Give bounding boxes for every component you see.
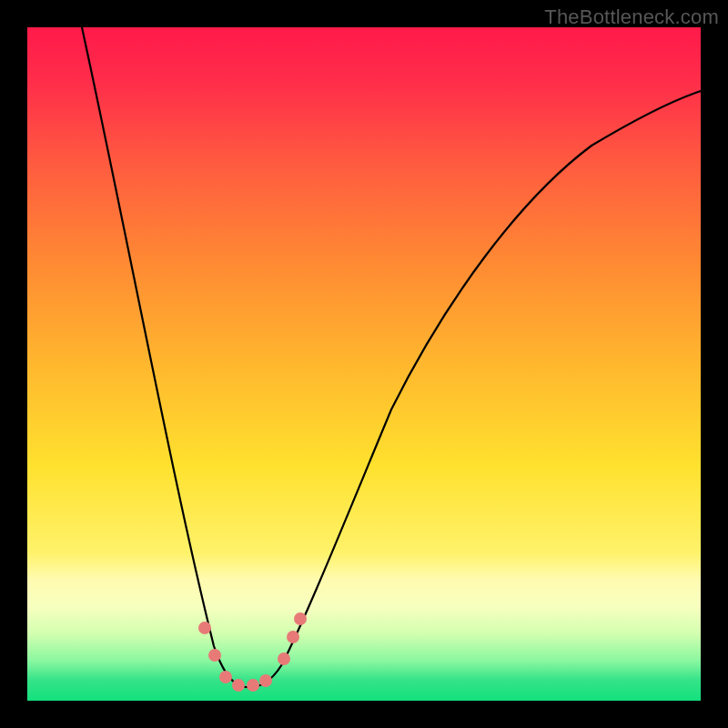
plot-area <box>27 27 701 701</box>
chart-frame: TheBottleneck.com <box>0 0 728 728</box>
curve-marker <box>259 674 272 687</box>
watermark-text: TheBottleneck.com <box>544 5 719 29</box>
curve-marker <box>208 649 221 662</box>
chart-svg <box>27 27 701 701</box>
curve-marker <box>219 671 232 683</box>
curve-marker <box>294 612 307 625</box>
curve-marker <box>247 679 259 692</box>
curve-marker <box>278 652 290 665</box>
curve-marker <box>198 622 211 634</box>
curve-marker <box>232 679 245 692</box>
curve-marker <box>287 631 299 643</box>
gradient-background <box>27 27 701 701</box>
